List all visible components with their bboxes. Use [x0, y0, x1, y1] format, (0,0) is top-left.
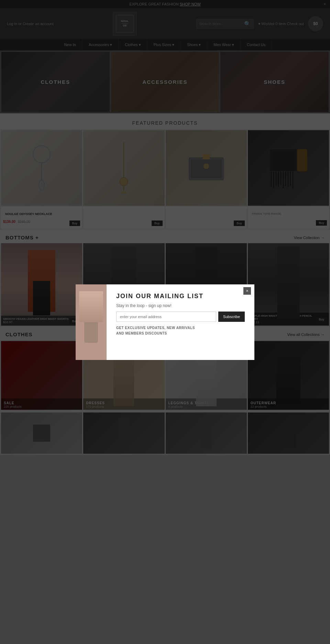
email-modal: JOIN OUR MAILING LIST Stay in the loop -… [76, 284, 254, 360]
modal-perks-line1: GET EXCLUSIVE UPDATES, NEW ARRIVALS [116, 326, 195, 330]
svg-point-37 [92, 306, 96, 308]
svg-point-36 [86, 306, 90, 308]
svg-point-31 [80, 311, 83, 314]
modal-title: JOIN OUR MAILING LIST [116, 293, 245, 300]
svg-point-28 [81, 300, 101, 324]
modal-subscribe-button[interactable]: Subscribe [218, 312, 245, 322]
svg-point-33 [81, 293, 101, 307]
modal-perks-line2: AND MEMBERS DISCOUNTS [116, 331, 167, 335]
modal-close-button[interactable]: × [243, 287, 251, 295]
modal-email-input[interactable] [116, 312, 216, 322]
modal-perks: GET EXCLUSIVE UPDATES, NEW ARRIVALS AND … [116, 325, 245, 336]
svg-rect-30 [84, 315, 98, 343]
modal-email-row: Subscribe [116, 312, 245, 322]
svg-point-35 [88, 310, 94, 313]
modal-image [76, 284, 107, 360]
modal-subtitle: Stay in the loop - sign up now! [116, 303, 245, 308]
modal-overlay[interactable]: JOIN OUR MAILING LIST Stay in the loop -… [0, 0, 330, 455]
model-photo [76, 284, 107, 360]
svg-rect-34 [81, 300, 85, 317]
modal-content-area: JOIN OUR MAILING LIST Stay in the loop -… [107, 284, 254, 360]
svg-point-29 [84, 296, 99, 314]
